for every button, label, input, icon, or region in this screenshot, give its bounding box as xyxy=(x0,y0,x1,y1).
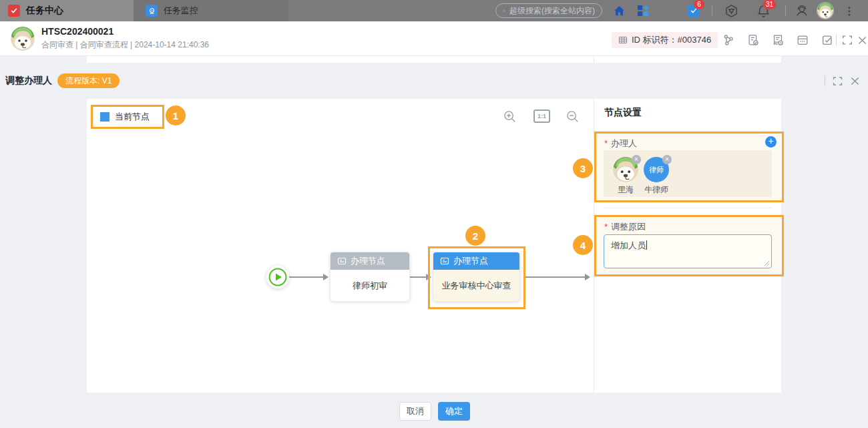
tab-task-center[interactable]: 任务中心 xyxy=(0,0,134,21)
modal-close-icon[interactable] xyxy=(848,74,861,87)
zoom-out-icon[interactable] xyxy=(565,109,580,124)
flow-node-business-review[interactable]: 办理节点 业务审核中心审查 xyxy=(433,252,520,302)
community-hexagon-icon[interactable] xyxy=(724,3,738,18)
panel-title: 节点设置 xyxy=(604,107,642,119)
node-type-icon xyxy=(440,256,449,266)
home-icon[interactable] xyxy=(612,3,626,18)
support-headset-icon[interactable] xyxy=(795,3,809,18)
add-assignee-button[interactable]: + xyxy=(765,136,777,148)
tab-label: 任务监控 xyxy=(164,5,198,17)
search-icon xyxy=(503,7,505,15)
divider xyxy=(594,56,594,63)
id-badge: ID 标识符：#003746 xyxy=(612,32,718,48)
screen: 任务中心 任务监控 超级搜索(搜索全站内容) 6 xyxy=(0,0,868,428)
task-center-icon xyxy=(8,5,20,17)
modal-title: 调整办理人 xyxy=(5,75,52,87)
top-bar: 任务中心 任务监控 超级搜索(搜索全站内容) 6 xyxy=(0,0,868,21)
notification-count-badge: 31 xyxy=(763,0,776,9)
share-flow-icon[interactable] xyxy=(721,33,736,47)
notifications-bell-icon[interactable]: 31 xyxy=(756,3,771,18)
version-badge: 流程版本: V1 xyxy=(57,73,120,88)
node-header-label: 办理节点 xyxy=(351,255,385,267)
assignee-name: 牛律师 xyxy=(640,184,673,196)
id-badge-label: ID 标识符：#003746 xyxy=(632,34,711,46)
panel-divider xyxy=(594,99,594,393)
fullscreen-icon[interactable] xyxy=(840,33,855,47)
tasks-icon[interactable]: 6 xyxy=(686,3,701,18)
divider xyxy=(785,5,786,16)
node-header: 办理节点 xyxy=(433,252,519,270)
text-cursor xyxy=(646,240,647,250)
reason-label: 调整原因 xyxy=(611,221,646,233)
divider xyxy=(604,208,771,208)
callout-4: 4 xyxy=(573,235,593,255)
global-search-input[interactable]: 超级搜索(搜索全站内容) xyxy=(495,3,602,18)
more-menu-icon[interactable]: ⋮ xyxy=(843,3,856,19)
divider xyxy=(836,34,837,46)
receipt-clock-icon[interactable] xyxy=(771,33,785,47)
flow-node-lawyer-review[interactable]: 办理节点 律师初审 xyxy=(330,252,410,302)
play-icon xyxy=(268,268,287,286)
resize-handle-icon[interactable] xyxy=(763,260,770,266)
document-header-bar xyxy=(0,21,868,56)
modal-fullscreen-icon[interactable] xyxy=(831,74,844,87)
calendar-icon[interactable] xyxy=(795,33,810,47)
cancel-button[interactable]: 取消 xyxy=(399,402,431,421)
current-node-color-swatch xyxy=(100,112,110,122)
required-mark: * xyxy=(604,222,608,232)
remove-assignee-icon[interactable]: × xyxy=(632,155,641,164)
reason-value: 增加人员 xyxy=(611,240,646,250)
divider xyxy=(825,75,825,86)
apps-grid-icon[interactable] xyxy=(636,3,650,18)
callout-3: 3 xyxy=(573,158,593,178)
file-check-icon[interactable] xyxy=(746,33,761,47)
flow-edge xyxy=(410,276,430,278)
close-icon[interactable] xyxy=(855,33,868,47)
document-title: HTSC202400021 xyxy=(41,26,114,37)
node-header: 办理节点 xyxy=(331,252,409,270)
assignee-name: 里海 xyxy=(609,184,642,196)
legend-label: 当前节点 xyxy=(115,111,150,123)
node-header-label: 办理节点 xyxy=(453,255,488,267)
apps-tiles xyxy=(638,5,648,16)
underlying-page-strip xyxy=(87,56,781,63)
assignee-label: 办理人 xyxy=(611,138,637,150)
table-icon xyxy=(618,35,628,45)
zoom-reset-button[interactable]: 1:1 xyxy=(533,110,550,123)
flow-edge xyxy=(525,276,589,278)
callout-1: 1 xyxy=(166,105,186,126)
app-title: 任务中心 xyxy=(26,5,63,17)
current-node-legend: 当前节点 xyxy=(91,105,164,129)
node-type-icon xyxy=(337,256,347,266)
reason-textarea[interactable]: 增加人员 xyxy=(604,234,772,268)
zoom-in-icon[interactable] xyxy=(502,109,517,124)
avatar-text: 律师 xyxy=(649,165,664,175)
divider xyxy=(712,5,712,16)
monitor-icon xyxy=(146,5,158,17)
confirm-button[interactable]: 确定 xyxy=(438,402,470,421)
remove-assignee-icon[interactable]: × xyxy=(662,155,672,164)
search-placeholder: 超级搜索(搜索全站内容) xyxy=(509,5,595,17)
document-avatar xyxy=(11,27,35,51)
required-mark: * xyxy=(604,138,608,148)
checkbox-icon[interactable] xyxy=(820,33,835,47)
node-title: 律师初审 xyxy=(331,270,409,301)
document-subtitle: 合同审查 | 合同审查流程 | 2024-10-14 21:40:36 xyxy=(41,39,209,51)
start-node[interactable] xyxy=(266,266,289,288)
task-count-badge: 6 xyxy=(694,0,704,9)
tab-task-monitor[interactable]: 任务监控 xyxy=(134,0,288,21)
node-title: 业务审核中心审查 xyxy=(433,270,519,301)
callout-2: 2 xyxy=(465,226,485,246)
user-avatar[interactable] xyxy=(817,3,833,19)
flow-edge xyxy=(289,276,327,278)
